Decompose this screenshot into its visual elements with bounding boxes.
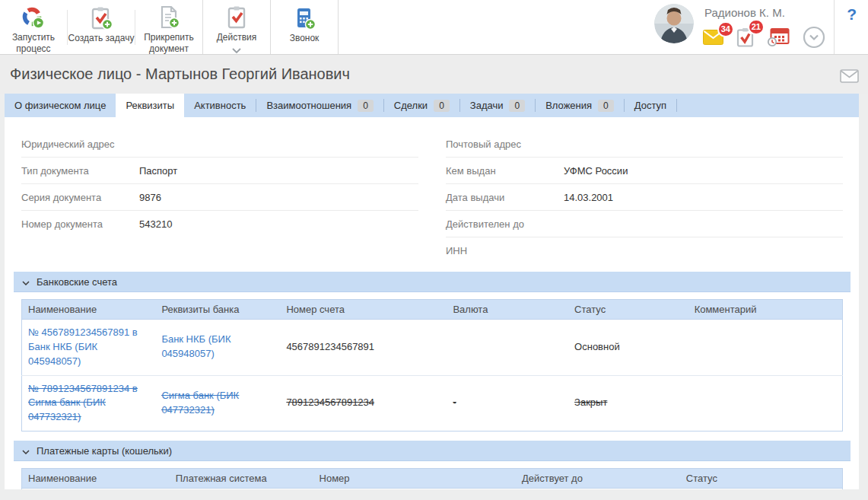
title-bar: Физическое лицо - Мартынов Георгий Ивано… xyxy=(0,55,868,94)
field-issued-by: Кем выдан УФМС России xyxy=(446,158,843,184)
task-count-badge: 21 xyxy=(748,19,765,35)
create-task-label: Создать задачу xyxy=(68,33,135,43)
bank-link[interactable]: Банк НКБ (БИК 045948057) xyxy=(161,333,231,359)
account-currency: - xyxy=(447,375,568,432)
tab-tasks-badge: 0 xyxy=(509,100,525,112)
tab-activity[interactable]: Активность xyxy=(184,94,256,117)
main-panel: О физическом лице Реквизиты Активность В… xyxy=(5,94,859,489)
tab-tasks[interactable]: Задачи 0 xyxy=(460,94,535,117)
field-document-series: Серия документа 9876 xyxy=(21,184,418,211)
run-process-button[interactable]: Запустить процесс xyxy=(0,0,67,54)
tasks-button[interactable]: 21 xyxy=(736,27,754,50)
tab-separator xyxy=(676,99,677,112)
section-bank-accounts-title: Банковские счета xyxy=(37,276,117,288)
help-button[interactable]: ? xyxy=(847,5,857,24)
calendar-clock-icon xyxy=(767,27,790,50)
field-postal-address: Почтовый адрес xyxy=(446,131,843,158)
chevron-down-circle-icon xyxy=(803,26,825,52)
account-number: 7891234567891234 xyxy=(280,375,447,432)
create-task-icon xyxy=(90,5,113,30)
collapse-chevron-icon xyxy=(22,445,30,457)
collapse-chevron-icon xyxy=(22,276,30,288)
tab-person-info[interactable]: О физическом лице xyxy=(5,94,116,117)
user-panel: Радионов К. М. 34 xyxy=(654,4,825,52)
toolbar-separator xyxy=(834,0,835,54)
tab-deals-badge: 0 xyxy=(434,100,450,112)
bank-account-link[interactable]: № 7891234567891234 в Сигма банк (БИК 047… xyxy=(28,383,138,423)
actions-icon xyxy=(225,5,248,30)
tab-requisites[interactable]: Реквизиты xyxy=(116,94,184,117)
details-left-column: Юридический адрес Тип документа Паспорт … xyxy=(21,131,418,264)
payment-card-row: МИР № 123456789123456789 МИР 12345678912… xyxy=(22,489,843,489)
envelope-icon xyxy=(840,69,859,86)
account-comment xyxy=(688,375,843,432)
field-document-type: Тип документа Паспорт xyxy=(21,158,418,184)
calendar-button[interactable] xyxy=(767,27,790,50)
tab-attachments[interactable]: Вложения 0 xyxy=(536,94,624,117)
tab-content: Юридический адрес Тип документа Паспорт … xyxy=(5,117,859,489)
bank-accounts-table: Наименование Реквизиты банка Номер счета… xyxy=(21,299,843,432)
account-number: 4567891234567891 xyxy=(280,320,447,376)
call-label: Звонок xyxy=(290,33,320,43)
details-right-column: Почтовый адрес Кем выдан УФМС России Дат… xyxy=(446,131,843,264)
tab-deals[interactable]: Сделки 0 xyxy=(384,94,459,117)
account-comment xyxy=(688,320,843,376)
details-form: Юридический адрес Тип документа Паспорт … xyxy=(21,131,843,264)
bank-account-link[interactable]: № 4567891234567891 в Банк НКБ (БИК 04594… xyxy=(28,326,138,367)
run-process-icon xyxy=(21,5,46,30)
attach-document-button[interactable]: Прикрепить документ xyxy=(135,0,202,54)
card-valid-until: 13.03.2019 xyxy=(516,489,680,489)
account-currency xyxy=(447,320,568,376)
tab-relationships-badge: 0 xyxy=(358,100,374,112)
document-type-link[interactable]: Паспорт xyxy=(139,165,177,177)
create-task-button[interactable]: Создать задачу xyxy=(68,0,135,54)
account-status: Основной xyxy=(568,320,688,376)
toolbar-group-separator xyxy=(338,0,339,54)
call-button[interactable]: Звонок xyxy=(271,0,338,54)
field-inn: ИНН xyxy=(446,237,843,264)
field-valid-until: Действителен до xyxy=(446,211,843,237)
tab-bar: О физическом лице Реквизиты Активность В… xyxy=(5,94,859,117)
call-icon xyxy=(293,5,316,30)
section-payment-cards-title: Платежные карты (кошельки) xyxy=(37,445,172,457)
mail-count-badge: 34 xyxy=(717,21,734,37)
field-legal-address: Юридический адрес xyxy=(21,131,418,158)
expand-menu-button[interactable] xyxy=(803,26,825,52)
section-bank-accounts[interactable]: Банковские счета xyxy=(14,272,851,292)
bank-link[interactable]: Сигма банк (БИК 047732321) xyxy=(161,390,239,416)
send-email-button[interactable] xyxy=(840,69,859,86)
payment-cards-header-row: Наименование Платежная система Номер Дей… xyxy=(22,469,843,489)
tab-relationships[interactable]: Взаимоотношения 0 xyxy=(256,94,383,117)
section-payment-cards[interactable]: Платежные карты (кошельки) xyxy=(14,441,851,461)
card-number: 123456789123456789 xyxy=(313,489,517,489)
card-status: Основной xyxy=(680,489,843,489)
avatar[interactable] xyxy=(654,4,694,43)
bank-account-row: № 7891234567891234 в Сигма банк (БИК 047… xyxy=(22,375,843,432)
bank-account-row: № 4567891234567891 в Банк НКБ (БИК 04594… xyxy=(22,320,843,376)
attach-document-icon xyxy=(157,5,180,30)
field-issue-date: Дата выдачи 14.03.2001 xyxy=(446,184,843,211)
page-title: Физическое лицо - Мартынов Георгий Ивано… xyxy=(10,65,350,83)
mail-button[interactable]: 34 xyxy=(703,30,723,48)
actions-label: Действия xyxy=(217,32,257,43)
run-process-label: Запустить процесс xyxy=(0,32,67,54)
toolbar: Запустить процесс Создать задачу При xyxy=(0,0,868,55)
user-name[interactable]: Радионов К. М. xyxy=(704,6,824,19)
payment-cards-table: Наименование Платежная система Номер Дей… xyxy=(21,468,843,489)
account-status: Закрыт xyxy=(568,375,688,432)
tab-access[interactable]: Доступ xyxy=(625,94,676,117)
bank-accounts-header-row: Наименование Реквизиты банка Номер счета… xyxy=(22,300,843,320)
attach-document-label: Прикрепить документ xyxy=(135,32,202,54)
tab-attachments-badge: 0 xyxy=(598,100,614,112)
field-document-number: Номер документа 543210 xyxy=(21,211,418,237)
actions-button[interactable]: Действия xyxy=(203,0,270,54)
